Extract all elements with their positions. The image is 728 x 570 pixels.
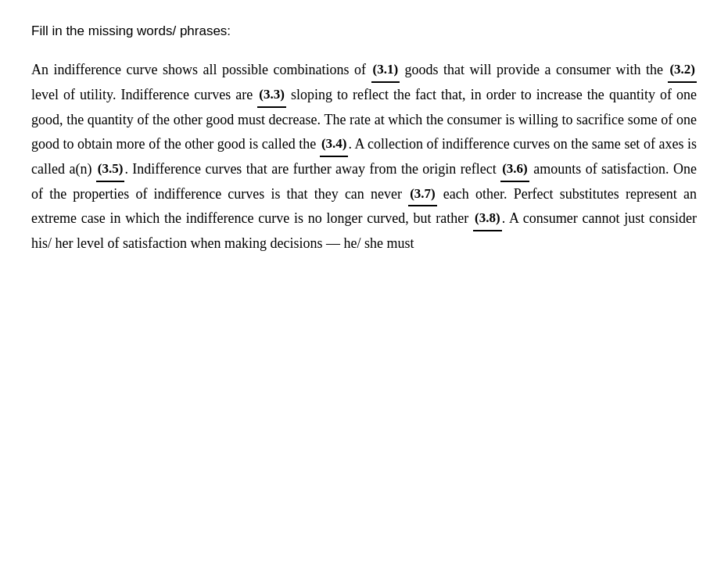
blank-3-6: (3.6)	[500, 157, 529, 182]
passage-text-6: level of utility. Indifference curves ar…	[31, 87, 257, 102]
passage-text-4: goods that will provide a consumer with …	[400, 62, 668, 77]
passage-text-2: of	[350, 62, 371, 77]
passage-body: An indifference curve shows all possible…	[31, 58, 697, 256]
blank-3-7: (3.7)	[408, 182, 437, 207]
passage-text-12: . Indifference curves that are further a…	[124, 161, 500, 177]
blank-3-8: (3.8)	[473, 206, 502, 231]
passage-text-0: An indifference curve shows all possible	[31, 62, 274, 77]
instruction-text: Fill in the missing words/ phrases:	[31, 23, 697, 39]
blank-3-2: (3.2)	[668, 58, 697, 83]
blank-3-3: (3.3)	[257, 83, 286, 108]
blank-3-4: (3.4)	[320, 132, 349, 157]
blank-3-5: (3.5)	[96, 157, 125, 182]
blank-3-1: (3.1)	[371, 58, 400, 83]
passage-text-1: combinations	[274, 62, 350, 77]
